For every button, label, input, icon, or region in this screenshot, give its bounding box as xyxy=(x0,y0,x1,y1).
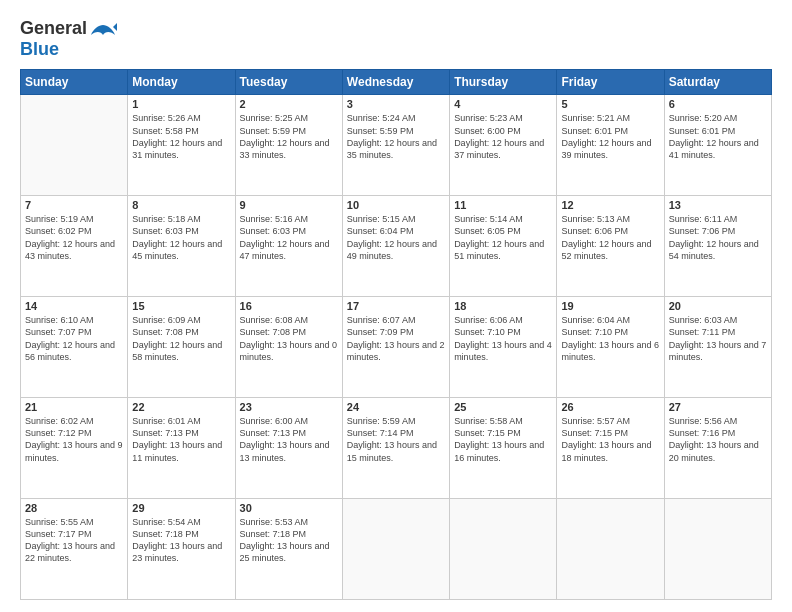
day-number: 27 xyxy=(669,401,767,413)
day-info: Sunrise: 5:57 AM Sunset: 7:15 PM Dayligh… xyxy=(561,415,659,464)
day-number: 21 xyxy=(25,401,123,413)
day-info: Sunrise: 5:55 AM Sunset: 7:17 PM Dayligh… xyxy=(25,516,123,565)
day-number: 4 xyxy=(454,98,552,110)
day-number: 16 xyxy=(240,300,338,312)
calendar-cell: 12Sunrise: 5:13 AM Sunset: 6:06 PM Dayli… xyxy=(557,196,664,297)
calendar-cell: 2Sunrise: 5:25 AM Sunset: 5:59 PM Daylig… xyxy=(235,95,342,196)
day-info: Sunrise: 5:14 AM Sunset: 6:05 PM Dayligh… xyxy=(454,213,552,262)
day-number: 5 xyxy=(561,98,659,110)
day-number: 26 xyxy=(561,401,659,413)
day-info: Sunrise: 5:20 AM Sunset: 6:01 PM Dayligh… xyxy=(669,112,767,161)
calendar-cell xyxy=(342,499,449,600)
calendar-cell: 14Sunrise: 6:10 AM Sunset: 7:07 PM Dayli… xyxy=(21,297,128,398)
col-header-friday: Friday xyxy=(557,70,664,95)
week-row-3: 14Sunrise: 6:10 AM Sunset: 7:07 PM Dayli… xyxy=(21,297,772,398)
day-number: 18 xyxy=(454,300,552,312)
day-number: 12 xyxy=(561,199,659,211)
calendar-cell: 19Sunrise: 6:04 AM Sunset: 7:10 PM Dayli… xyxy=(557,297,664,398)
day-number: 10 xyxy=(347,199,445,211)
day-number: 30 xyxy=(240,502,338,514)
day-number: 13 xyxy=(669,199,767,211)
calendar-cell: 1Sunrise: 5:26 AM Sunset: 5:58 PM Daylig… xyxy=(128,95,235,196)
day-number: 25 xyxy=(454,401,552,413)
day-number: 14 xyxy=(25,300,123,312)
calendar-cell xyxy=(664,499,771,600)
day-info: Sunrise: 5:25 AM Sunset: 5:59 PM Dayligh… xyxy=(240,112,338,161)
calendar-cell: 24Sunrise: 5:59 AM Sunset: 7:14 PM Dayli… xyxy=(342,398,449,499)
day-info: Sunrise: 5:54 AM Sunset: 7:18 PM Dayligh… xyxy=(132,516,230,565)
week-row-5: 28Sunrise: 5:55 AM Sunset: 7:17 PM Dayli… xyxy=(21,499,772,600)
day-info: Sunrise: 5:16 AM Sunset: 6:03 PM Dayligh… xyxy=(240,213,338,262)
calendar-cell: 7Sunrise: 5:19 AM Sunset: 6:02 PM Daylig… xyxy=(21,196,128,297)
calendar-cell: 13Sunrise: 6:11 AM Sunset: 7:06 PM Dayli… xyxy=(664,196,771,297)
calendar-cell: 8Sunrise: 5:18 AM Sunset: 6:03 PM Daylig… xyxy=(128,196,235,297)
calendar-cell xyxy=(557,499,664,600)
calendar-cell: 18Sunrise: 6:06 AM Sunset: 7:10 PM Dayli… xyxy=(450,297,557,398)
day-info: Sunrise: 6:09 AM Sunset: 7:08 PM Dayligh… xyxy=(132,314,230,363)
week-row-1: 1Sunrise: 5:26 AM Sunset: 5:58 PM Daylig… xyxy=(21,95,772,196)
calendar-cell: 26Sunrise: 5:57 AM Sunset: 7:15 PM Dayli… xyxy=(557,398,664,499)
calendar-cell: 16Sunrise: 6:08 AM Sunset: 7:08 PM Dayli… xyxy=(235,297,342,398)
day-info: Sunrise: 5:21 AM Sunset: 6:01 PM Dayligh… xyxy=(561,112,659,161)
day-info: Sunrise: 6:03 AM Sunset: 7:11 PM Dayligh… xyxy=(669,314,767,363)
day-info: Sunrise: 6:08 AM Sunset: 7:08 PM Dayligh… xyxy=(240,314,338,363)
calendar-cell: 25Sunrise: 5:58 AM Sunset: 7:15 PM Dayli… xyxy=(450,398,557,499)
calendar-cell: 30Sunrise: 5:53 AM Sunset: 7:18 PM Dayli… xyxy=(235,499,342,600)
calendar-cell: 15Sunrise: 6:09 AM Sunset: 7:08 PM Dayli… xyxy=(128,297,235,398)
day-info: Sunrise: 5:13 AM Sunset: 6:06 PM Dayligh… xyxy=(561,213,659,262)
day-number: 19 xyxy=(561,300,659,312)
calendar-cell xyxy=(450,499,557,600)
col-header-wednesday: Wednesday xyxy=(342,70,449,95)
day-info: Sunrise: 5:19 AM Sunset: 6:02 PM Dayligh… xyxy=(25,213,123,262)
calendar-cell: 4Sunrise: 5:23 AM Sunset: 6:00 PM Daylig… xyxy=(450,95,557,196)
calendar-cell: 27Sunrise: 5:56 AM Sunset: 7:16 PM Dayli… xyxy=(664,398,771,499)
week-row-2: 7Sunrise: 5:19 AM Sunset: 6:02 PM Daylig… xyxy=(21,196,772,297)
col-header-thursday: Thursday xyxy=(450,70,557,95)
day-number: 8 xyxy=(132,199,230,211)
calendar-cell: 11Sunrise: 5:14 AM Sunset: 6:05 PM Dayli… xyxy=(450,196,557,297)
day-info: Sunrise: 5:24 AM Sunset: 5:59 PM Dayligh… xyxy=(347,112,445,161)
day-info: Sunrise: 6:01 AM Sunset: 7:13 PM Dayligh… xyxy=(132,415,230,464)
day-number: 29 xyxy=(132,502,230,514)
day-number: 17 xyxy=(347,300,445,312)
page: General Blue SundayMondayTuesdayWednesda… xyxy=(0,0,792,612)
day-number: 3 xyxy=(347,98,445,110)
calendar-cell: 21Sunrise: 6:02 AM Sunset: 7:12 PM Dayli… xyxy=(21,398,128,499)
day-info: Sunrise: 5:23 AM Sunset: 6:00 PM Dayligh… xyxy=(454,112,552,161)
day-number: 28 xyxy=(25,502,123,514)
calendar-cell: 23Sunrise: 6:00 AM Sunset: 7:13 PM Dayli… xyxy=(235,398,342,499)
day-info: Sunrise: 5:58 AM Sunset: 7:15 PM Dayligh… xyxy=(454,415,552,464)
header: General Blue xyxy=(20,18,772,59)
day-info: Sunrise: 6:11 AM Sunset: 7:06 PM Dayligh… xyxy=(669,213,767,262)
day-number: 20 xyxy=(669,300,767,312)
calendar-cell: 22Sunrise: 6:01 AM Sunset: 7:13 PM Dayli… xyxy=(128,398,235,499)
calendar-cell: 17Sunrise: 6:07 AM Sunset: 7:09 PM Dayli… xyxy=(342,297,449,398)
day-number: 6 xyxy=(669,98,767,110)
col-header-saturday: Saturday xyxy=(664,70,771,95)
day-info: Sunrise: 5:56 AM Sunset: 7:16 PM Dayligh… xyxy=(669,415,767,464)
calendar-cell: 9Sunrise: 5:16 AM Sunset: 6:03 PM Daylig… xyxy=(235,196,342,297)
day-info: Sunrise: 6:04 AM Sunset: 7:10 PM Dayligh… xyxy=(561,314,659,363)
week-row-4: 21Sunrise: 6:02 AM Sunset: 7:12 PM Dayli… xyxy=(21,398,772,499)
calendar-cell: 6Sunrise: 5:20 AM Sunset: 6:01 PM Daylig… xyxy=(664,95,771,196)
day-number: 22 xyxy=(132,401,230,413)
day-info: Sunrise: 5:53 AM Sunset: 7:18 PM Dayligh… xyxy=(240,516,338,565)
logo-bird-icon xyxy=(89,21,117,49)
day-number: 9 xyxy=(240,199,338,211)
calendar-cell: 28Sunrise: 5:55 AM Sunset: 7:17 PM Dayli… xyxy=(21,499,128,600)
calendar-cell xyxy=(21,95,128,196)
day-number: 24 xyxy=(347,401,445,413)
day-number: 23 xyxy=(240,401,338,413)
day-number: 7 xyxy=(25,199,123,211)
day-number: 15 xyxy=(132,300,230,312)
calendar-header-row: SundayMondayTuesdayWednesdayThursdayFrid… xyxy=(21,70,772,95)
day-info: Sunrise: 5:26 AM Sunset: 5:58 PM Dayligh… xyxy=(132,112,230,161)
calendar-cell: 10Sunrise: 5:15 AM Sunset: 6:04 PM Dayli… xyxy=(342,196,449,297)
calendar-cell: 29Sunrise: 5:54 AM Sunset: 7:18 PM Dayli… xyxy=(128,499,235,600)
day-number: 1 xyxy=(132,98,230,110)
calendar-cell: 5Sunrise: 5:21 AM Sunset: 6:01 PM Daylig… xyxy=(557,95,664,196)
col-header-monday: Monday xyxy=(128,70,235,95)
col-header-sunday: Sunday xyxy=(21,70,128,95)
calendar-cell: 3Sunrise: 5:24 AM Sunset: 5:59 PM Daylig… xyxy=(342,95,449,196)
day-info: Sunrise: 6:02 AM Sunset: 7:12 PM Dayligh… xyxy=(25,415,123,464)
